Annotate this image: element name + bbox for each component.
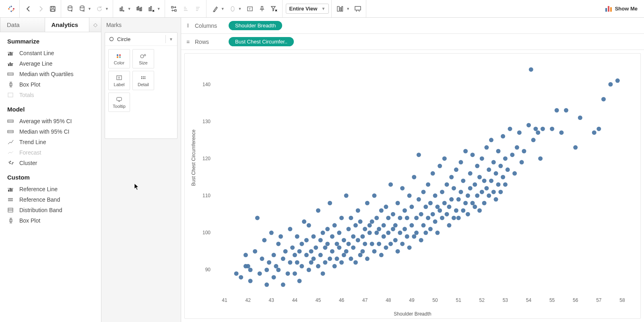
marks-size-shelf[interactable]: Size [132, 49, 154, 68]
svg-text:T: T [118, 76, 120, 80]
svg-point-138 [290, 246, 295, 250]
duplicate-sheet-icon[interactable] [134, 3, 145, 14]
analytics-item[interactable]: Box Plot [7, 215, 94, 226]
svg-point-309 [494, 171, 498, 175]
svg-point-283 [463, 201, 468, 205]
sort-asc-icon[interactable] [180, 3, 192, 14]
analytics-item[interactable]: Constant Line [7, 48, 94, 58]
svg-point-308 [491, 190, 496, 194]
columns-shelf-label: Columns [195, 23, 217, 29]
svg-point-117 [253, 249, 257, 254]
forward-icon[interactable] [35, 3, 46, 14]
svg-point-206 [372, 194, 377, 198]
svg-point-292 [473, 204, 477, 209]
marks-label-shelf[interactable]: TLabel [108, 71, 130, 90]
caret-down-icon[interactable]: ▼ [157, 7, 161, 11]
caret-down-icon[interactable]: ▼ [88, 7, 91, 11]
analytics-item[interactable]: Median with Quartiles [7, 69, 94, 79]
sort-desc-icon[interactable] [192, 3, 204, 14]
svg-point-262 [438, 208, 442, 213]
tab-data[interactable]: Data [0, 18, 45, 32]
analytics-item[interactable]: Reference Line [7, 184, 94, 194]
analytics-item[interactable]: Trend Line [7, 137, 94, 147]
analytics-item[interactable]: Cluster [7, 158, 94, 168]
new-worksheet-icon[interactable] [116, 3, 128, 14]
caret-down-icon[interactable]: ▼ [221, 7, 225, 11]
svg-point-304 [487, 194, 491, 198]
svg-point-330 [533, 127, 538, 131]
fit-dropdown[interactable]: Entire View ▼ [286, 4, 329, 14]
show-me-button[interactable]: Show Me [602, 6, 641, 12]
viz-canvas[interactable]: Bust Chest Circumference Shoulder Breadt… [184, 53, 641, 319]
analytics-item-label: Distribution Band [19, 207, 62, 213]
svg-point-76 [10, 161, 11, 162]
caret-down-icon[interactable]: ▼ [105, 7, 109, 11]
svg-point-242 [414, 231, 419, 235]
svg-point-325 [520, 160, 524, 165]
svg-point-224 [393, 223, 398, 227]
svg-point-205 [372, 249, 377, 254]
analytics-item: Totals [7, 90, 94, 100]
svg-rect-47 [337, 6, 339, 11]
analytics-item-label: Box Plot [19, 81, 40, 88]
marks-color-shelf[interactable]: Color [108, 49, 130, 68]
analytics-item[interactable]: Distribution Band [7, 205, 94, 215]
svg-point-108 [144, 78, 146, 79]
svg-point-256 [431, 212, 435, 217]
svg-point-105 [144, 76, 146, 78]
svg-point-281 [461, 208, 465, 213]
svg-rect-58 [11, 53, 12, 56]
analytics-item[interactable]: Average with 95% CI [7, 116, 94, 126]
caret-down-icon[interactable]: ▼ [238, 7, 242, 11]
presentation-icon[interactable] [352, 3, 363, 14]
svg-point-220 [388, 182, 393, 187]
marks-drop-area[interactable] [105, 115, 177, 138]
new-datasource-icon[interactable] [64, 3, 76, 14]
columns-pill[interactable]: Shoulder Breadth [229, 21, 282, 30]
show-labels-icon[interactable]: T [244, 3, 256, 14]
x-tick: 52 [479, 297, 485, 303]
group-icon[interactable] [227, 3, 238, 14]
rows-pill[interactable]: Bust Chest Circumfer.. [229, 37, 294, 46]
svg-point-279 [459, 160, 463, 165]
highlight-icon[interactable] [210, 3, 221, 14]
pause-datasource-icon[interactable] [76, 3, 88, 14]
svg-rect-82 [11, 189, 12, 192]
analytics-item[interactable]: Box Plot [7, 79, 94, 90]
caret-down-icon[interactable]: ▼ [128, 7, 131, 11]
analytics-item[interactable]: Average Line [7, 58, 94, 69]
svg-point-313 [498, 164, 503, 168]
columns-shelf[interactable]: ⦀Columns Shoulder Breadth [181, 18, 644, 34]
pin-icon[interactable] [256, 3, 268, 14]
tab-analytics[interactable]: Analytics [45, 18, 89, 32]
svg-point-341 [601, 97, 606, 101]
clear-sheet-icon[interactable] [146, 3, 157, 14]
rows-shelf[interactable]: ≡Rows Bust Chest Circumfer.. [181, 34, 644, 50]
tableau-logo-icon[interactable] [6, 3, 17, 14]
marks-detail-shelf[interactable]: Detail [132, 71, 154, 90]
analytics-item-label: Median with Quartiles [19, 71, 74, 77]
x-tick: 58 [619, 297, 625, 303]
svg-point-198 [363, 242, 367, 246]
marks-tooltip-shelf[interactable]: Tooltip [108, 93, 130, 112]
svg-point-170 [330, 249, 334, 254]
show-cards-icon[interactable] [335, 3, 346, 14]
save-icon[interactable] [47, 3, 58, 14]
analytics-item[interactable]: Median with 95% CI [7, 126, 94, 137]
refresh-icon[interactable] [94, 3, 105, 14]
x-tick: 42 [245, 297, 250, 303]
sort-toggle-icon[interactable]: ◇ [89, 18, 101, 32]
caret-down-icon[interactable]: ▼ [346, 7, 350, 11]
svg-point-253 [428, 201, 433, 205]
x-tick: 56 [573, 297, 578, 303]
mark-type-dropdown[interactable]: Circle ▼ [105, 33, 177, 46]
back-icon[interactable] [23, 3, 34, 14]
svg-point-323 [515, 145, 519, 150]
swap-axes-icon[interactable] [168, 3, 180, 14]
analytics-item[interactable]: Reference Band [7, 194, 94, 205]
svg-point-212 [379, 253, 384, 257]
clear-filter-icon[interactable] [268, 3, 280, 14]
svg-point-197 [363, 227, 367, 231]
const-icon [7, 50, 14, 57]
y-tick: 130 [200, 119, 211, 124]
